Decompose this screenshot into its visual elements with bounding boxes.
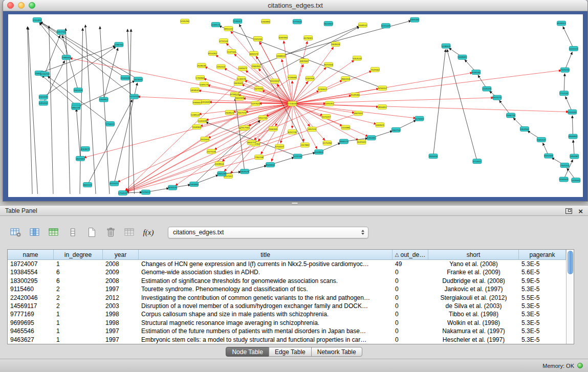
table-row[interactable]: 1938455462009Genome-wide association stu… [8, 268, 566, 276]
table-source-value: citations_edges.txt [173, 229, 224, 236]
table-row[interactable]: 946362711997Embryonic stem cells: a mode… [8, 336, 566, 344]
graph-node-label: 3951745 [258, 117, 268, 119]
table-source-select[interactable]: citations_edges.txt [168, 227, 368, 238]
table-row[interactable]: 2242004622012Investigating the contribut… [8, 294, 566, 302]
zoom-window-button[interactable] [29, 2, 35, 9]
table-row[interactable]: 1830029562008Estimation of significance … [8, 277, 566, 285]
tab-network-table[interactable]: Network Table [311, 347, 362, 357]
table-row[interactable]: 911546021997Tourette syndrome. Phenomeno… [8, 285, 566, 293]
edit-columns-button[interactable] [46, 225, 61, 239]
table-cell: 1 [54, 310, 103, 318]
scrollbar-thumb[interactable] [568, 251, 573, 274]
column-header-title[interactable]: title [139, 250, 393, 259]
graph-node-label: 6789765 [115, 43, 124, 46]
graph-node-label: 2826618 [429, 155, 438, 158]
table-cell: Stergiakouli et al. (2012) [428, 294, 519, 302]
close-panel-icon[interactable]: × [578, 207, 583, 215]
graph-node-label: 5139978 [237, 78, 246, 80]
table-row[interactable]: 969969511998Structural magnetic resonanc… [8, 319, 566, 327]
minimize-window-button[interactable] [18, 2, 25, 9]
table-cell: Hescheler et al. (1997) [428, 336, 519, 344]
graph-node-label: 9748466 [288, 76, 297, 79]
edit-columns-icon [49, 228, 59, 237]
graph-node-label: 7317942 [241, 126, 250, 129]
graph-node-label: 2340902 [252, 65, 261, 68]
table-cell: Structural magnetic resonance image aver… [139, 319, 393, 327]
import-table-icon [124, 228, 135, 237]
table-cell: Franke et al. (2009) [428, 268, 519, 276]
function-builder-icon: f(x) [143, 228, 154, 237]
table-cell: 18724007 [8, 260, 54, 268]
table-cell: 1 [54, 260, 103, 268]
graph-node-label: 4069366 [279, 36, 288, 39]
table-cell: 5.5E-5 [519, 294, 566, 302]
graph-node-label: 1724016 [288, 102, 297, 105]
graph-node-label: 9346716 [507, 114, 516, 117]
graph-node-label: 7347974 [237, 112, 247, 114]
network-graph[interactable]: 1724016533126133711975892593829272826663… [8, 14, 583, 197]
table-body[interactable]: 1872400712008Changes of HCN gene express… [8, 260, 566, 344]
graph-node-label: 6170284 [323, 142, 332, 144]
graph-node-label: 5615170 [493, 96, 502, 99]
function-builder-button[interactable]: f(x) [141, 225, 156, 239]
import-table-button[interactable] [122, 225, 137, 239]
tab-edge-table[interactable]: Edge Table [269, 347, 312, 357]
graph-node-label: 2381883 [190, 183, 199, 186]
table-cell: 6 [54, 268, 103, 276]
delete-button[interactable] [103, 225, 118, 239]
table-panel: Table Panel × [0, 205, 588, 359]
table-row[interactable]: 946554611997Estimation of the future num… [8, 327, 566, 335]
column-header-out_de[interactable]: △out_de… [393, 250, 428, 259]
table-cell: Yano et al. (2008) [428, 260, 519, 268]
table-row[interactable]: 977716911998Corpus callosum shape and si… [8, 310, 566, 318]
float-panel-icon[interactable] [565, 208, 572, 214]
table-cell: 18300295 [8, 277, 54, 285]
new-document-button[interactable] [84, 225, 99, 239]
table-cell: 5.3E-5 [519, 302, 566, 310]
node-table: namein_degreeyeartitle△out_de…shortpager… [7, 249, 574, 344]
tab-node-table[interactable]: Node Table [226, 347, 269, 357]
table-header-row: namein_degreeyeartitle△out_de…shortpager… [8, 250, 566, 260]
column-header-short[interactable]: short [428, 250, 519, 259]
graph-node-label: 8509853 [266, 164, 275, 166]
graph-node-label: 4242801 [315, 151, 324, 154]
table-cell: Estimation of the future numbers of pati… [139, 327, 393, 335]
row-height-button[interactable] [65, 225, 80, 239]
table-row[interactable]: 1872400712008Changes of HCN gene express… [8, 260, 566, 268]
row-height-icon [70, 228, 76, 237]
table-cell: 9115460 [8, 285, 54, 293]
column-header-in_degree[interactable]: in_degree [54, 250, 103, 259]
graph-node-label: 4538351 [557, 22, 566, 25]
column-header-pagerank[interactable]: pagerank [519, 250, 566, 259]
table-cell: 9699695 [8, 319, 54, 327]
graph-node-label: 6559219 [110, 182, 119, 185]
graph-node-label: 6231607 [318, 88, 327, 91]
graph-node-label: 8391983 [545, 155, 554, 157]
window-titlebar[interactable]: citations_edges.txt [3, 0, 587, 11]
table-cell: 2009 [103, 268, 139, 276]
column-header-name[interactable]: name [8, 250, 54, 259]
graph-node-label: 5238905 [442, 45, 451, 48]
close-window-button[interactable] [7, 2, 14, 9]
table-cell: 5.3E-5 [519, 336, 566, 344]
table-cell: 0 [393, 319, 428, 327]
graph-node-label: 3160668 [121, 77, 130, 79]
table-row[interactable]: 1456911722003Disruption of a novel membe… [8, 302, 566, 310]
graph-node-label: 2628036 [197, 64, 206, 67]
table-vertical-scrollbar[interactable] [566, 250, 574, 344]
show-columns-button[interactable] [27, 225, 42, 239]
graph-node-label: 4397745 [57, 31, 66, 33]
graph-node-label: 5363852 [99, 98, 108, 101]
column-header-year[interactable]: year [103, 250, 139, 259]
graph-node-label: 5197620 [251, 102, 260, 105]
graph-node-label: 6353523 [353, 57, 362, 60]
table-settings-button[interactable] [8, 225, 24, 239]
table-cell: 2008 [103, 260, 139, 268]
panel-resize-handle[interactable] [291, 202, 298, 205]
graph-node-label: 8282481 [367, 137, 376, 139]
graph-node-label: 3371197 [322, 116, 331, 118]
graph-node-label: 8072004 [324, 63, 333, 66]
graph-node-label: 5965249 [217, 172, 227, 175]
graph-node-label: 5420662 [572, 179, 581, 182]
graph-node-label: 4846572 [339, 140, 349, 143]
